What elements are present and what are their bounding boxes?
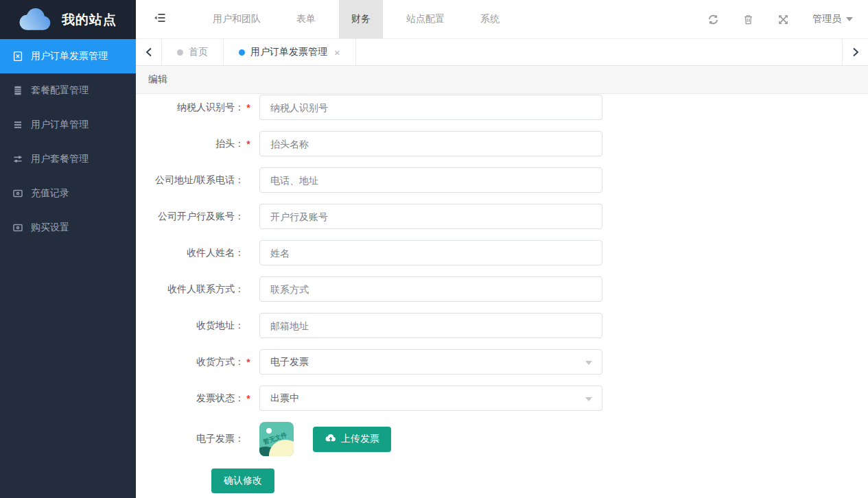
submit-row: 确认修改: [211, 469, 868, 493]
sidebar-item-label: 购买设置: [31, 222, 69, 234]
nav-tab-forms[interactable]: 表单: [284, 0, 328, 38]
chevron-down-icon: [846, 17, 853, 21]
field-label: 纳税人识别号：*: [136, 102, 253, 114]
sidebar-item-recharge-record[interactable]: 充值记录: [0, 176, 136, 211]
field-label: 收货地址：: [136, 320, 253, 332]
package-icon: [12, 85, 23, 96]
form-row-invoice-title: 抬头：*: [136, 131, 868, 156]
field-label: 收件人联系方式：: [136, 283, 253, 296]
edit-form: 纳税人识别号：* 抬头：* 公司地址/联系电话： 公司开户行及账号： 收件人姓名…: [136, 94, 868, 498]
sidebar-item-package-config[interactable]: 套餐配置管理: [0, 73, 136, 108]
delivery-address-input[interactable]: [259, 313, 602, 338]
sidebar: 我的站点 用户订单发票管理 套餐配置管理 用户订单管理: [0, 0, 136, 498]
top-header: 用户和团队 表单 财务 站点配置 系统: [136, 0, 868, 39]
field-label: 收件人姓名：: [136, 247, 253, 259]
select-value: 出票中: [270, 392, 299, 405]
invoice-title-input[interactable]: [259, 131, 602, 156]
tab-scroll-right-button[interactable]: [842, 39, 868, 65]
tab-status-dot: [239, 49, 245, 56]
tab-user-order-invoice[interactable]: 用户订单发票管理 ×: [224, 39, 356, 65]
upload-invoice-button[interactable]: 上传发票: [313, 427, 391, 452]
nav-tab-users-teams[interactable]: 用户和团队: [200, 0, 273, 38]
confirm-modify-button[interactable]: 确认修改: [211, 469, 274, 493]
company-bank-account-input[interactable]: [259, 204, 602, 229]
section-header: 编辑: [136, 66, 868, 94]
sidebar-item-label: 用户订单发票管理: [31, 50, 108, 62]
form-row-invoice-status: 发票状态：* 出票中: [136, 386, 868, 411]
field-label: 电子发票：: [136, 433, 253, 445]
refresh-icon[interactable]: [707, 14, 719, 25]
cloud-logo-icon: [15, 5, 54, 35]
nav-tab-site-config[interactable]: 站点配置: [394, 0, 457, 38]
sidebar-item-user-order-invoice[interactable]: 用户订单发票管理: [0, 39, 136, 73]
field-label: 公司地址/联系电话：: [136, 174, 253, 187]
tab-scroll-left-button[interactable]: [136, 39, 162, 65]
fullscreen-icon[interactable]: [777, 14, 789, 25]
upload-button-label: 上传发票: [341, 433, 379, 445]
admin-label: 管理员: [812, 13, 841, 25]
field-label: 收货方式：*: [136, 356, 253, 368]
form-row-recipient-name: 收件人姓名：: [136, 240, 868, 265]
taxpayer-id-input[interactable]: [259, 95, 602, 120]
close-icon[interactable]: ×: [334, 47, 340, 58]
sidebar-item-user-package[interactable]: 用户套餐管理: [0, 142, 136, 176]
tab-home[interactable]: 首页: [162, 39, 224, 65]
chevron-down-icon: [585, 397, 592, 401]
tab-status-dot: [177, 49, 183, 56]
sidebar-item-label: 用户套餐管理: [31, 153, 89, 165]
cloud-upload-icon: [325, 432, 336, 446]
nav-tab-system[interactable]: 系统: [468, 0, 512, 38]
chevron-down-icon: [585, 361, 592, 365]
tab-label: 用户订单发票管理: [250, 46, 327, 58]
nav-tab-finance[interactable]: 财务: [339, 0, 383, 38]
menu-fold-icon: [154, 12, 166, 26]
invoice-file-icon: [12, 51, 23, 62]
form-row-taxpayer-id: 纳税人识别号：*: [136, 95, 868, 120]
form-row-delivery-method: 收货方式：* 电子发票: [136, 349, 868, 375]
company-address-phone-input[interactable]: [259, 167, 602, 193]
sidebar-collapse-button[interactable]: [136, 0, 184, 38]
recipient-name-input[interactable]: [259, 240, 602, 265]
site-name: 我的站点: [62, 11, 117, 29]
sidebar-item-label: 套餐配置管理: [31, 84, 89, 97]
field-label: 抬头：*: [136, 138, 253, 150]
top-nav: 用户和团队 表单 财务 站点配置 系统: [195, 0, 517, 38]
sidebar-item-purchase-settings[interactable]: 购买设置: [0, 211, 136, 245]
site-logo: 我的站点: [0, 0, 136, 39]
sidebar-item-label: 充值记录: [31, 187, 69, 200]
delivery-method-select[interactable]: 电子发票: [259, 349, 602, 375]
tab-label: 首页: [189, 46, 208, 58]
section-title: 编辑: [148, 73, 167, 86]
form-row-delivery-address: 收货地址：: [136, 313, 868, 338]
form-row-recipient-contact: 收件人联系方式：: [136, 276, 868, 302]
admin-menu[interactable]: 管理员: [812, 13, 853, 25]
form-row-e-invoice: 电子发票： 暂无文件 上传发票: [136, 422, 868, 456]
form-row-company-bank-account: 公司开户行及账号：: [136, 204, 868, 229]
decorative-dot: [266, 428, 272, 434]
trash-icon[interactable]: [742, 14, 754, 25]
sidebar-item-user-order[interactable]: 用户订单管理: [0, 108, 136, 142]
select-value: 电子发票: [270, 356, 309, 368]
list-icon: [12, 119, 23, 130]
recipient-contact-input[interactable]: [259, 276, 602, 302]
header-actions: 管理员: [707, 0, 868, 38]
field-label: 发票状态：*: [136, 392, 253, 405]
money-icon: [12, 222, 23, 233]
form-row-company-address-phone: 公司地址/联系电话：: [136, 167, 868, 193]
money-icon: [12, 188, 23, 199]
invoice-placeholder-image[interactable]: 暂无文件: [259, 422, 294, 456]
sliders-icon: [12, 154, 23, 165]
sidebar-item-label: 用户订单管理: [31, 119, 89, 131]
invoice-status-select[interactable]: 出票中: [259, 386, 602, 411]
field-label: 公司开户行及账号：: [136, 211, 253, 223]
page-tab-bar: 首页 用户订单发票管理 ×: [136, 39, 868, 66]
